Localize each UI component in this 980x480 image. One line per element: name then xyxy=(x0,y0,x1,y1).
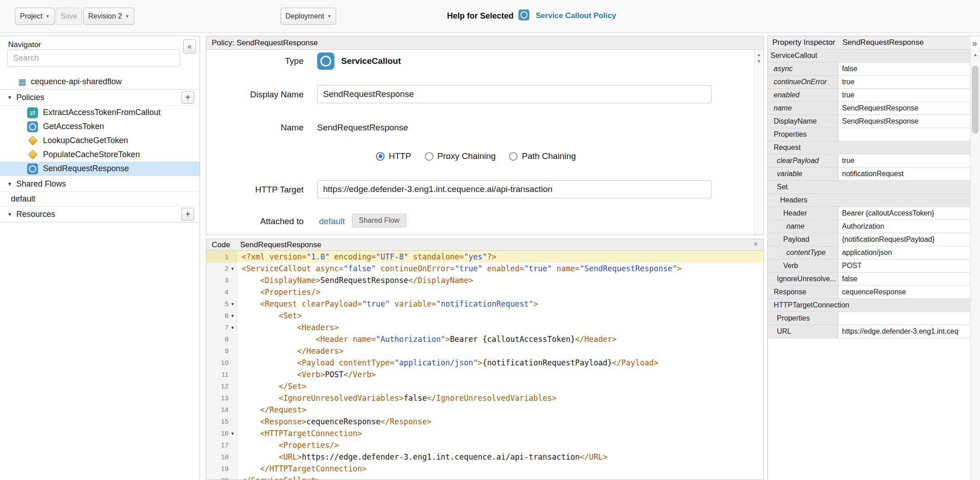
code-line-1[interactable]: 1<?xml version="1.0" encoding="UTF-8" st… xyxy=(206,251,763,263)
code-line-14[interactable]: 14 </Request> xyxy=(206,404,763,416)
inspector-scrollbar[interactable]: ▲ xyxy=(970,49,980,480)
code-text[interactable]: </Headers> xyxy=(237,345,763,357)
code-line-16[interactable]: 16▾ <HTTPTargetConnection> xyxy=(206,427,763,439)
code-line-4[interactable]: 4 <Properties/> xyxy=(206,286,763,298)
add-button[interactable]: + xyxy=(181,91,194,104)
inspector-value[interactable]: true xyxy=(838,76,970,88)
inspector-value[interactable] xyxy=(838,128,970,141)
nav-item-default[interactable]: default xyxy=(0,192,200,206)
nav-item-SendRequestResponse[interactable]: SendRequestResponse xyxy=(0,162,200,176)
code-line-8[interactable]: 8 <Header name="Authorization">Bearer {c… xyxy=(206,333,763,345)
code-text[interactable]: <Payload contentType="application/json">… xyxy=(237,357,763,369)
code-line-7[interactable]: 7▾ <Headers> xyxy=(206,322,763,333)
code-text[interactable]: <ServiceCallout async="false" continueOn… xyxy=(237,263,763,274)
code-text[interactable]: </ServiceCallout> xyxy=(237,475,763,480)
code-text[interactable]: <IgnoreUnresolvedVariables>false</Ignore… xyxy=(237,392,763,404)
code-line-10[interactable]: 10 <Payload contentType="application/jso… xyxy=(206,357,763,369)
inspector-value[interactable]: cequenceResponse xyxy=(838,286,970,298)
code-text[interactable]: <Properties/> xyxy=(237,439,763,451)
code-text[interactable]: <?xml version="1.0" encoding="UTF-8" sta… xyxy=(237,251,763,263)
chevron-down-icon[interactable]: ▼ xyxy=(7,95,12,100)
add-button[interactable]: + xyxy=(181,208,194,221)
search-input[interactable] xyxy=(7,49,180,67)
code-text[interactable]: <Request clearPayload="true" variable="n… xyxy=(237,298,763,310)
code-text[interactable]: </Set> xyxy=(237,380,763,392)
inspector-value[interactable]: true xyxy=(838,154,970,167)
code-editor[interactable]: 1<?xml version="1.0" encoding="UTF-8" st… xyxy=(206,251,763,480)
inspector-value[interactable]: POST xyxy=(838,259,970,272)
code-text[interactable]: <Verb>POST</Verb> xyxy=(237,369,763,380)
fold-icon[interactable]: ▾ xyxy=(228,427,237,439)
http-target-input[interactable] xyxy=(317,180,712,198)
code-text[interactable]: <HTTPTargetConnection> xyxy=(237,427,763,439)
nav-item-ExtractAccessTokenFromCallout[interactable]: ⇄ExtractAccessTokenFromCallout xyxy=(0,106,200,120)
inspector-value[interactable] xyxy=(838,312,970,325)
nav-section-resources[interactable]: ▼Resources+ xyxy=(0,206,200,222)
collapse-code-panel-icon[interactable]: » xyxy=(751,242,760,246)
code-text[interactable]: <Response>cequenceResponse</Response> xyxy=(237,416,763,427)
expand-inspector-icon[interactable]: » xyxy=(970,38,979,48)
nav-item-PopulateCacheStoreToken[interactable]: PopulateCacheStoreToken xyxy=(0,148,200,162)
inspector-value[interactable]: SendRequestResponse xyxy=(838,102,970,115)
fold-icon[interactable]: ▾ xyxy=(228,310,237,322)
inspector-value[interactable]: notificationRequest xyxy=(838,168,970,180)
deployment-menu-button[interactable]: Deployment ▼ xyxy=(281,8,336,25)
code-line-13[interactable]: 13 <IgnoreUnresolvedVariables>false</Ign… xyxy=(206,392,763,404)
collapse-sidebar-button[interactable]: « xyxy=(183,39,196,54)
code-line-12[interactable]: 12 </Set> xyxy=(206,380,763,392)
code-line-9[interactable]: 9 </Headers> xyxy=(206,345,763,357)
save-button[interactable]: Save xyxy=(56,8,82,25)
project-menu-button[interactable]: Project ▼ xyxy=(15,8,55,25)
form-scrollbar[interactable]: ▲ ▼ xyxy=(754,50,763,235)
revision-menu-button[interactable]: Revision 2 ▼ xyxy=(83,8,134,25)
chevron-down-icon[interactable]: ▼ xyxy=(7,181,12,187)
fold-icon[interactable]: ▾ xyxy=(228,298,237,310)
inspector-value[interactable]: false xyxy=(838,273,970,285)
code-text[interactable]: <Set> xyxy=(237,310,763,322)
code-line-11[interactable]: 11 <Verb>POST</Verb> xyxy=(206,369,763,380)
inspector-value[interactable]: false xyxy=(838,62,970,75)
scroll-up-icon[interactable]: ▲ xyxy=(970,52,980,57)
code-line-15[interactable]: 15 <Response>cequenceResponse</Response> xyxy=(206,416,763,427)
scrollbar-thumb[interactable] xyxy=(972,66,979,134)
inspector-value[interactable]: https://edge.defender-3.eng1.int.ceq xyxy=(838,325,970,338)
radio-proxy-chaining[interactable]: Proxy Chaining xyxy=(425,151,496,161)
code-text[interactable]: <URL>https://edge.defender-3.eng1.int.ce… xyxy=(237,451,763,463)
scroll-down-icon[interactable]: ▼ xyxy=(755,59,763,64)
nav-section-shared-flows[interactable]: ▼Shared Flows xyxy=(0,176,200,192)
radio-button-icon[interactable] xyxy=(376,152,385,161)
fold-icon[interactable]: ▾ xyxy=(228,263,237,274)
code-line-2[interactable]: 2▾<ServiceCallout async="false" continue… xyxy=(206,263,763,274)
inspector-value[interactable]: Authorization xyxy=(838,220,970,233)
radio-http[interactable]: HTTP xyxy=(376,151,411,161)
code-text[interactable]: <Header name="Authorization">Bearer {cal… xyxy=(237,333,763,345)
inspector-value[interactable]: {notificationRequestPayload} xyxy=(838,233,970,246)
code-line-17[interactable]: 17 <Properties/> xyxy=(206,439,763,451)
inspector-value[interactable]: true xyxy=(838,89,970,101)
code-line-3[interactable]: 3 <DisplayName>SendRequestResponse</Disp… xyxy=(206,274,763,286)
code-text[interactable]: </HTTPTargetConnection> xyxy=(237,463,763,475)
code-line-20[interactable]: 20</ServiceCallout> xyxy=(206,475,763,480)
radio-path-chaining[interactable]: Path Chaining xyxy=(509,151,576,161)
code-text[interactable]: <Headers> xyxy=(237,322,763,333)
display-name-input[interactable] xyxy=(317,85,712,103)
radio-button-icon[interactable] xyxy=(509,152,518,161)
chevron-down-icon[interactable]: ▼ xyxy=(7,211,12,217)
code-line-6[interactable]: 6▾ <Set> xyxy=(206,310,763,322)
inspector-value[interactable]: Bearer {calloutAccessToken} xyxy=(838,207,970,220)
code-text[interactable]: <DisplayName>SendRequestResponse</Displa… xyxy=(237,274,763,286)
service-callout-policy-help-link[interactable]: Service Callout Policy xyxy=(536,11,616,20)
code-text[interactable]: <Properties/> xyxy=(237,286,763,298)
nav-section-policies[interactable]: ▼Policies+ xyxy=(0,89,200,106)
inspector-value[interactable]: SendRequestResponse xyxy=(838,115,970,128)
attached-to-default-link[interactable]: default xyxy=(319,216,345,226)
code-text[interactable]: </Request> xyxy=(237,404,763,416)
radio-button-icon[interactable] xyxy=(425,152,433,161)
nav-item-bundle[interactable]: ▦ cequence-api-sharedflow xyxy=(0,74,200,89)
nav-item-LookupCacheGetToken[interactable]: LookupCacheGetToken xyxy=(0,134,200,148)
scroll-up-icon[interactable]: ▲ xyxy=(755,52,763,57)
fold-icon[interactable]: ▾ xyxy=(228,322,237,333)
code-line-5[interactable]: 5▾ <Request clearPayload="true" variable… xyxy=(206,298,763,310)
code-line-19[interactable]: 19 </HTTPTargetConnection> xyxy=(206,463,763,475)
inspector-value[interactable]: application/json xyxy=(838,246,970,259)
